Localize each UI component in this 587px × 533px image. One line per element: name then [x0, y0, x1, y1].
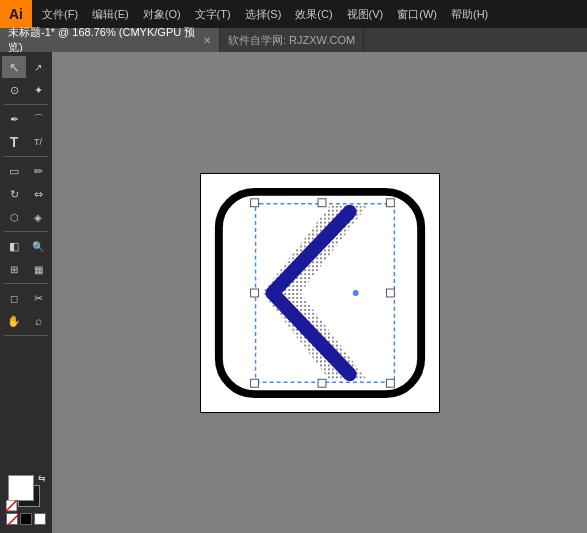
color-reset-button[interactable]	[6, 500, 19, 513]
app-logo: Ai	[0, 0, 32, 28]
menu-bar: 文件(F) 编辑(E) 对象(O) 文字(T) 选择(S) 效果(C) 视图(V…	[32, 5, 498, 24]
zoom-tool[interactable]: ⌕	[26, 310, 50, 332]
hand-tool[interactable]: ✋	[2, 310, 26, 332]
menu-select[interactable]: 选择(S)	[239, 5, 288, 24]
tab-website-label: 软件自学网: RJZXW.COM	[228, 33, 355, 48]
color-reset-icon	[6, 500, 19, 513]
pencil-tool[interactable]: ✏	[26, 160, 50, 182]
eyedropper-tool[interactable]: 🔍	[26, 235, 50, 257]
menu-text[interactable]: 文字(T)	[189, 5, 237, 24]
svg-rect-12	[318, 198, 326, 206]
chart-tool[interactable]: ▦	[26, 258, 50, 280]
tool-row-shape: ▭ ✏	[0, 160, 52, 182]
tab-bar: 未标题-1* @ 168.76% (CMYK/GPU 预览) ✕ 软件自学网: …	[0, 28, 587, 52]
black-swatch[interactable]	[20, 513, 32, 525]
toolbar-separator-3	[4, 231, 48, 232]
eraser-tool[interactable]: ◻	[2, 287, 26, 309]
svg-rect-13	[318, 379, 326, 387]
fill-color-box[interactable]	[8, 475, 34, 501]
svg-rect-15	[386, 289, 394, 297]
pen-tool[interactable]: ✒	[2, 108, 26, 130]
menu-effect[interactable]: 效果(C)	[289, 5, 338, 24]
tab-close-button[interactable]: ✕	[203, 35, 211, 46]
artboard-tool[interactable]: ⊞	[2, 258, 26, 280]
tool-row-select	[0, 56, 52, 78]
rectangle-tool[interactable]: ▭	[2, 160, 26, 182]
tool-row-type: T T/	[0, 131, 52, 153]
menu-help[interactable]: 帮助(H)	[445, 5, 494, 24]
swap-colors-button[interactable]: ⇆	[38, 473, 46, 483]
tab-label: 未标题-1* @ 168.76% (CMYK/GPU 预览)	[8, 25, 197, 55]
magic-wand-tool[interactable]: ✦	[26, 79, 50, 101]
tool-row-pen: ✒ ⌒	[0, 108, 52, 130]
tool-row-lasso: ⊙ ✦	[0, 79, 52, 101]
menu-view[interactable]: 视图(V)	[341, 5, 390, 24]
svg-rect-8	[250, 198, 258, 206]
scissors-tool[interactable]: ✂	[26, 287, 50, 309]
tool-row-rotate: ↻ ⇔	[0, 183, 52, 205]
artwork-svg	[201, 174, 439, 412]
menu-file[interactable]: 文件(F)	[36, 5, 84, 24]
svg-rect-10	[250, 379, 258, 387]
title-bar: Ai 文件(F) 编辑(E) 对象(O) 文字(T) 选择(S) 效果(C) 视…	[0, 0, 587, 28]
curvature-tool[interactable]: ⌒	[26, 108, 50, 130]
warp-tool[interactable]: ⬡	[2, 206, 26, 228]
type-tool[interactable]: T	[2, 131, 26, 153]
color-boxes: ⇆	[8, 475, 44, 511]
selection-tool[interactable]	[2, 56, 26, 78]
menu-object[interactable]: 对象(O)	[137, 5, 187, 24]
gradient-tool[interactable]: ◧	[2, 235, 26, 257]
tool-row-gradient: ◧ 🔍	[0, 235, 52, 257]
art-canvas	[200, 173, 440, 413]
no-color-icon	[7, 514, 19, 526]
white-swatch[interactable]	[34, 513, 46, 525]
menu-edit[interactable]: 编辑(E)	[86, 5, 135, 24]
direct-select-tool[interactable]	[26, 56, 50, 78]
toolbar-separator-4	[4, 283, 48, 284]
canvas-area[interactable]	[52, 52, 587, 533]
main-area: ⊙ ✦ ✒ ⌒ T T/ ▭ ✏ ↻ ⇔ ⬡ ◈ ◧ 🔍 ⊞	[0, 52, 587, 533]
reflect-tool[interactable]: ⇔	[26, 183, 50, 205]
no-color-swatch[interactable]	[6, 513, 18, 525]
lasso-tool[interactable]: ⊙	[2, 79, 26, 101]
svg-rect-14	[250, 289, 258, 297]
color-swatch-row	[6, 513, 46, 525]
tool-row-eraser: ◻ ✂	[0, 287, 52, 309]
touch-type-tool[interactable]: T/	[26, 131, 50, 153]
free-transform-tool[interactable]: ◈	[26, 206, 50, 228]
rotate-tool[interactable]: ↻	[2, 183, 26, 205]
tab-website[interactable]: 软件自学网: RJZXW.COM	[220, 28, 364, 52]
toolbar-separator-5	[4, 335, 48, 336]
tool-row-nav: ✋ ⌕	[0, 310, 52, 332]
svg-point-16	[352, 290, 358, 296]
toolbar-separator-1	[4, 104, 48, 105]
tab-active-document[interactable]: 未标题-1* @ 168.76% (CMYK/GPU 预览) ✕	[0, 28, 220, 52]
color-area: ⇆	[2, 471, 50, 529]
toolbar-separator-2	[4, 156, 48, 157]
tool-row-chart: ⊞ ▦	[0, 258, 52, 280]
svg-rect-9	[386, 198, 394, 206]
svg-rect-11	[386, 379, 394, 387]
menu-window[interactable]: 窗口(W)	[391, 5, 443, 24]
svg-line-2	[8, 515, 18, 525]
toolbar: ⊙ ✦ ✒ ⌒ T T/ ▭ ✏ ↻ ⇔ ⬡ ◈ ◧ 🔍 ⊞	[0, 52, 52, 533]
tool-row-warp: ⬡ ◈	[0, 206, 52, 228]
